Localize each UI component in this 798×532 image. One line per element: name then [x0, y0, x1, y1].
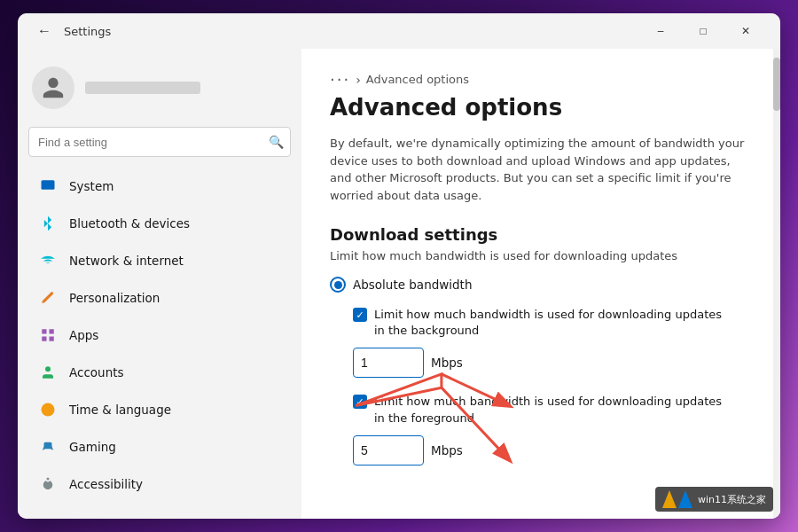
sidebar-item-bluetooth-label: Bluetooth & devices — [69, 216, 190, 231]
settings-window: ← Settings – □ ✕ 🔍 — [18, 13, 780, 519]
unit-foreground-label: Mbps — [431, 443, 463, 458]
input-foreground-row: Mbps — [353, 435, 752, 466]
back-button[interactable]: ← — [32, 19, 57, 43]
user-profile — [18, 59, 301, 123]
breadcrumb: ··· › Advanced options — [330, 70, 752, 89]
username-placeholder — [85, 82, 200, 94]
unit-background-label: Mbps — [431, 356, 463, 370]
description-text: By default, we're dynamically optimizing… — [330, 135, 747, 204]
avatar — [32, 66, 74, 109]
checkbox-foreground-label: Limit how much bandwidth is used for dow… — [374, 394, 729, 426]
sidebar-item-network[interactable]: Network & internet — [25, 243, 294, 278]
sidebar-item-gaming[interactable]: Gaming — [25, 429, 294, 465]
checkmark-icon: ✓ — [356, 309, 364, 321]
watermark-text: win11系统之家 — [698, 493, 766, 506]
checkbox-background[interactable]: ✓ — [353, 308, 367, 322]
bluetooth-icon — [39, 215, 57, 232]
checkbox-foreground-row: ✓ Limit how much bandwidth is used for d… — [353, 394, 752, 426]
svg-rect-1 — [42, 329, 46, 333]
radio-selected-indicator — [334, 281, 342, 289]
scrollbar-track[interactable] — [773, 49, 780, 519]
radio-circle — [330, 277, 346, 293]
sidebar-item-apps-label: Apps — [69, 328, 98, 342]
checkbox-background-row: ✓ Limit how much bandwidth is used for d… — [353, 307, 752, 339]
search-box: 🔍 — [28, 127, 291, 157]
bandwidth-foreground-input[interactable] — [353, 435, 424, 466]
system-icon — [39, 177, 57, 195]
accounts-icon — [39, 364, 57, 381]
breadcrumb-current: Advanced options — [366, 73, 469, 86]
sidebar-item-accounts-label: Accounts — [69, 365, 124, 379]
sidebar-item-accounts[interactable]: Accounts — [25, 355, 294, 390]
svg-rect-2 — [50, 329, 54, 333]
sidebar-item-system-label: System — [69, 179, 113, 193]
svg-rect-4 — [42, 337, 46, 341]
checkmark-icon-2: ✓ — [356, 396, 364, 408]
svg-rect-3 — [50, 337, 54, 341]
radio-label: Absolute bandwidth — [353, 278, 472, 292]
sidebar-item-network-label: Network & internet — [69, 254, 184, 268]
checkbox-background-label: Limit how much bandwidth is used for dow… — [374, 307, 729, 339]
watermark-triangle-2 — [678, 490, 692, 508]
search-input[interactable] — [28, 127, 291, 157]
sidebar-item-personalization-label: Personalization — [69, 291, 160, 305]
svg-point-5 — [45, 366, 51, 372]
watermark-logo — [662, 490, 692, 508]
sidebar-item-gaming-label: Gaming — [69, 440, 116, 454]
section-title: Download settings — [330, 225, 752, 244]
gaming-icon — [39, 438, 57, 456]
sidebar-item-time-label: Time & language — [69, 403, 171, 417]
bandwidth-background-input[interactable] — [353, 348, 424, 378]
section-subtitle: Limit how much bandwidth is used for dow… — [330, 249, 752, 262]
close-button[interactable]: ✕ — [725, 17, 766, 45]
content-area: 🔍 System Bluetooth & devices Network — [18, 49, 780, 519]
apps-icon — [39, 326, 57, 344]
svg-rect-0 — [42, 180, 55, 190]
sidebar-item-time[interactable]: Time & language — [25, 392, 294, 427]
sidebar-item-personalization[interactable]: Personalization — [25, 280, 294, 316]
time-icon — [39, 401, 57, 419]
network-icon — [39, 252, 57, 270]
titlebar: ← Settings – □ ✕ — [18, 13, 780, 49]
sidebar: 🔍 System Bluetooth & devices Network — [18, 49, 301, 519]
scrollbar-thumb[interactable] — [773, 58, 780, 111]
input-background-row: Mbps — [353, 348, 752, 378]
minimize-button[interactable]: – — [640, 17, 681, 45]
main-content: ··· › Advanced options Advanced options … — [301, 49, 780, 519]
svg-point-11 — [47, 478, 50, 481]
sidebar-item-apps[interactable]: Apps — [25, 317, 294, 353]
sidebar-item-bluetooth[interactable]: Bluetooth & devices — [25, 206, 294, 241]
breadcrumb-arrow: › — [356, 73, 361, 87]
personalization-icon — [39, 289, 57, 307]
page-title: Advanced options — [330, 94, 752, 121]
accessibility-icon — [39, 475, 57, 493]
sidebar-item-system[interactable]: System — [25, 168, 294, 204]
titlebar-title: Settings — [64, 25, 111, 38]
sidebar-item-accessibility-label: Accessibility — [69, 477, 143, 491]
breadcrumb-dots: ··· — [330, 70, 350, 89]
checkbox-foreground[interactable]: ✓ — [353, 395, 367, 409]
titlebar-controls: – □ ✕ — [640, 17, 766, 45]
radio-absolute-bandwidth[interactable]: Absolute bandwidth — [330, 277, 752, 293]
sidebar-item-accessibility[interactable]: Accessibility — [25, 466, 294, 502]
watermark: win11系统之家 — [655, 487, 773, 512]
user-icon — [41, 75, 66, 100]
maximize-button[interactable]: □ — [683, 17, 724, 45]
watermark-triangle-1 — [662, 490, 677, 508]
